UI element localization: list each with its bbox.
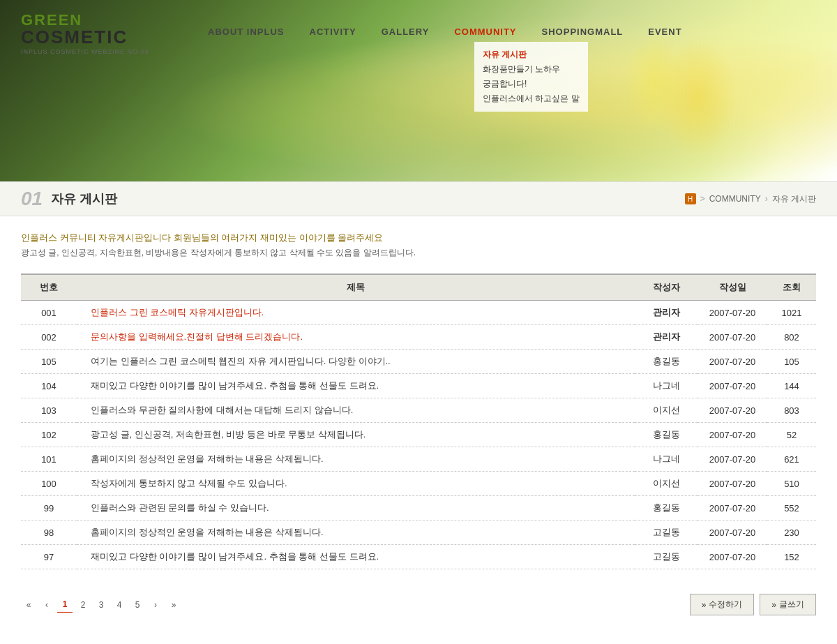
cell-title: 문의사항을 입력해세요.친절히 답변해 드리겠습니다. — [77, 325, 635, 350]
action-buttons: » 수정하기 » 글쓰기 — [690, 594, 816, 615]
page-prev[interactable]: ‹ — [39, 597, 54, 613]
cell-author: 이지선 — [635, 472, 698, 496]
cell-date: 2007-07-20 — [698, 423, 767, 447]
nav-community[interactable]: COMMUNITY — [442, 21, 529, 43]
breadcrumb-bar: 01 자유 게시판 H > COMMUNITY › 자유 게시판 — [0, 181, 837, 216]
page-num-5[interactable]: 5 — [130, 597, 145, 613]
breadcrumb-sep1: > — [700, 194, 705, 204]
cell-author: 관리자 — [635, 301, 698, 325]
pagination: «‹12345›» — [21, 597, 181, 613]
title-link[interactable]: 재미있고 다양한 이야기를 많이 남겨주세요. 추첨을 통해 선물도 드려요. — [91, 380, 379, 391]
cell-views: 52 — [767, 423, 816, 447]
table-row: 001인플러스 그린 코스메틱 자유게시판입니다.관리자2007-07-2010… — [21, 301, 816, 325]
cell-num: 105 — [21, 350, 77, 374]
col-header-date: 작성일 — [698, 274, 767, 301]
main-content: 인플러스 커뮤니티 자유게시판입니다 회원님들의 여러가지 재미있는 이야기를 … — [0, 216, 837, 636]
table-row: 002문의사항을 입력해세요.친절히 답변해 드리겠습니다.관리자2007-07… — [21, 325, 816, 350]
table-row: 103인플러스와 무관한 질의사항에 대해서는 대답해 드리지 않습니다.이지선… — [21, 398, 816, 423]
nav-gallery[interactable]: GALLERY — [369, 21, 442, 43]
write-button[interactable]: » 글쓰기 — [760, 594, 816, 615]
cell-num: 98 — [21, 521, 77, 545]
title-link[interactable]: 문의사항을 입력해세요.친절히 답변해 드리겠습니다. — [91, 331, 303, 342]
table-row: 102광고성 글, 인신공격, 저속한표현, 비방 등은 바로 무통보 삭제됩니… — [21, 423, 816, 447]
cell-num: 99 — [21, 496, 77, 521]
cell-views: 510 — [767, 472, 816, 496]
home-icon[interactable]: H — [685, 193, 696, 204]
dropdown-item-question[interactable]: 궁금합니다! — [483, 77, 580, 91]
title-link[interactable]: 광고성 글, 인신공격, 저속한표현, 비방 등은 바로 무통보 삭제됩니다. — [91, 429, 365, 440]
cell-title: 인플러스와 관련된 문의를 하실 수 있습니다. — [77, 496, 635, 521]
page-title: 자유 게시판 — [51, 190, 117, 207]
cell-num: 101 — [21, 447, 77, 472]
table-body: 001인플러스 그린 코스메틱 자유게시판입니다.관리자2007-07-2010… — [21, 301, 816, 569]
title-link[interactable]: 작성자에게 통보하지 않고 삭제될 수도 있습니다. — [91, 478, 287, 488]
cell-views: 802 — [767, 325, 816, 350]
table-row: 97재미있고 다양한 이야기를 많이 남겨주세요. 추첨을 통해 선물도 드려요… — [21, 545, 816, 569]
breadcrumb: H > COMMUNITY › 자유 게시판 — [685, 193, 816, 205]
cell-num: 001 — [21, 301, 77, 325]
cell-author: 나그네 — [635, 374, 698, 398]
table-row: 101홈페이지의 정상적인 운영을 저해하는 내용은 삭제됩니다.나그네2007… — [21, 447, 816, 472]
cell-title: 인플러스와 무관한 질의사항에 대해서는 대답해 드리지 않습니다. — [77, 398, 635, 423]
cell-views: 105 — [767, 350, 816, 374]
cell-title: 광고성 글, 인신공격, 저속한표현, 비방 등은 바로 무통보 삭제됩니다. — [77, 423, 635, 447]
title-link[interactable]: 인플러스 그린 코스메틱 자유게시판입니다. — [91, 307, 264, 317]
title-link[interactable]: 홈페이지의 정상적인 운영을 저해하는 내용은 삭제됩니다. — [91, 527, 324, 537]
cell-date: 2007-07-20 — [698, 325, 767, 350]
cell-title: 재미있고 다양한 이야기를 많이 남겨주세요. 추첨을 통해 선물도 드려요. — [77, 374, 635, 398]
cell-date: 2007-07-20 — [698, 521, 767, 545]
cell-date: 2007-07-20 — [698, 545, 767, 569]
col-header-num: 번호 — [21, 274, 77, 301]
table-row: 104재미있고 다양한 이야기를 많이 남겨주세요. 추첨을 통해 선물도 드려… — [21, 374, 816, 398]
page-num-1[interactable]: 1 — [57, 597, 73, 613]
page-title-area: 01 자유 게시판 — [21, 188, 117, 210]
title-link[interactable]: 인플러스와 관련된 문의를 하실 수 있습니다. — [91, 502, 269, 513]
nav-about[interactable]: ABOUT INPLUS — [195, 21, 297, 43]
title-link[interactable]: 인플러스와 무관한 질의사항에 대해서는 대답해 드리지 않습니다. — [91, 405, 353, 415]
cell-author: 홍길동 — [635, 350, 698, 374]
cell-title: 재미있고 다양한 이야기를 많이 남겨주세요. 추첨을 통해 선물도 드려요. — [77, 545, 635, 569]
dropdown-item-wish[interactable]: 인플러스에서 하고싶은 말 — [483, 91, 580, 106]
edit-button[interactable]: » 수정하기 — [690, 594, 755, 615]
write-prefix: » — [771, 600, 776, 610]
community-dropdown: 자유 게시판 화장품만들기 노하우 궁금합니다! 인플러스에서 하고싶은 말 — [474, 42, 588, 112]
cell-author: 고길동 — [635, 545, 698, 569]
title-link[interactable]: 재미있고 다양한 이야기를 많이 남겨주세요. 추첨을 통해 선물도 드려요. — [91, 551, 379, 562]
page-number: 01 — [21, 188, 43, 210]
page-num-4[interactable]: 4 — [112, 597, 127, 613]
cell-num: 100 — [21, 472, 77, 496]
page-first[interactable]: « — [21, 597, 36, 613]
nav-event[interactable]: EVENT — [635, 21, 694, 43]
notice-line2: 광고성 글, 인신공격, 지속한표현, 비방내용은 작성자에게 통보하지 않고 … — [21, 246, 816, 260]
table-row: 105여기는 인플러스 그린 코스메틱 웹진의 자유 게시판입니다. 다양한 이… — [21, 350, 816, 374]
cell-views: 1021 — [767, 301, 816, 325]
page-last[interactable]: » — [166, 597, 181, 613]
cell-title: 인플러스 그린 코스메틱 자유게시판입니다. — [77, 301, 635, 325]
nav-shopping[interactable]: SHOPPINGMALL — [529, 21, 636, 43]
cell-views: 152 — [767, 545, 816, 569]
col-header-views: 조회 — [767, 274, 816, 301]
table-row: 99인플러스와 관련된 문의를 하실 수 있습니다.홍길동2007-07-205… — [21, 496, 816, 521]
cell-title: 홈페이지의 정상적인 운영을 저해하는 내용은 삭제됩니다. — [77, 447, 635, 472]
cell-author: 홍길동 — [635, 423, 698, 447]
page-num-2[interactable]: 2 — [75, 597, 91, 613]
page-next[interactable]: › — [148, 597, 163, 613]
cell-title: 여기는 인플러스 그린 코스메틱 웹진의 자유 게시판입니다. 다양한 이야기.… — [77, 350, 635, 374]
cell-author: 이지선 — [635, 398, 698, 423]
edit-prefix: » — [702, 600, 707, 610]
cell-date: 2007-07-20 — [698, 374, 767, 398]
header: GREEN COSMETIC INPLUS COSMETIC WEBZINE N… — [0, 0, 837, 181]
table-row: 100작성자에게 통보하지 않고 삭제될 수도 있습니다.이지선2007-07-… — [21, 472, 816, 496]
title-link[interactable]: 여기는 인플러스 그린 코스메틱 웹진의 자유 게시판입니다. 다양한 이야기.… — [91, 356, 391, 366]
table-row: 98홈페이지의 정상적인 운영을 저해하는 내용은 삭제됩니다.고길동2007-… — [21, 521, 816, 545]
cell-date: 2007-07-20 — [698, 301, 767, 325]
title-link[interactable]: 홈페이지의 정상적인 운영을 저해하는 내용은 삭제됩니다. — [91, 454, 324, 464]
dropdown-item-board[interactable]: 자유 게시판 — [483, 47, 580, 62]
breadcrumb-sep2: › — [765, 194, 768, 204]
col-header-author: 작성자 — [635, 274, 698, 301]
nav-activity[interactable]: ACTIVITY — [297, 21, 369, 43]
breadcrumb-community[interactable]: COMMUNITY — [709, 194, 761, 204]
cell-views: 803 — [767, 398, 816, 423]
dropdown-item-knowhow[interactable]: 화장품만들기 노하우 — [483, 62, 580, 77]
page-num-3[interactable]: 3 — [93, 597, 109, 613]
